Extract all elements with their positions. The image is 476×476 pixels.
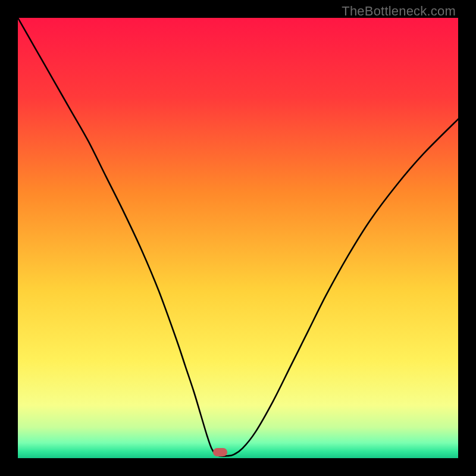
watermark-text: TheBottleneck.com xyxy=(342,4,456,19)
current-point-marker xyxy=(213,448,227,456)
chart-container: TheBottleneck.com xyxy=(0,0,476,476)
plot-area xyxy=(18,18,458,458)
bottleneck-curve xyxy=(18,18,458,458)
